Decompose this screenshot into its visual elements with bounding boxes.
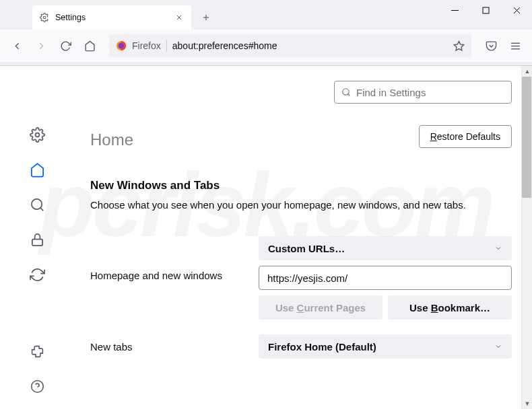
use-current-pages-button[interactable]: Use Current Pages: [259, 295, 383, 320]
scrollbar-thumb[interactable]: [522, 77, 531, 198]
menu-button[interactable]: [504, 34, 527, 57]
maximize-button[interactable]: [470, 0, 501, 20]
newtabs-label: New tabs: [90, 341, 259, 352]
content-viewport: Home RRestore Defaultsestore Defaults Ne…: [0, 66, 532, 409]
forward-button[interactable]: [30, 34, 53, 57]
scrollbar[interactable]: ▲ ▼: [521, 66, 532, 409]
svg-line-17: [40, 207, 42, 210]
homepage-url-input[interactable]: [259, 266, 512, 290]
urlbar-path: about:preferences#home: [172, 40, 447, 51]
sidebar-sync-icon[interactable]: [29, 266, 45, 283]
svg-marker-11: [454, 41, 463, 50]
homepage-mode-value: Custom URLs…: [268, 243, 345, 254]
svg-point-0: [43, 16, 46, 19]
tab-settings[interactable]: Settings: [32, 5, 191, 30]
reload-button[interactable]: [54, 34, 77, 57]
settings-search-input[interactable]: [356, 87, 504, 98]
settings-sidebar: [0, 66, 74, 409]
homepage-mode-select[interactable]: Custom URLs…: [259, 236, 512, 260]
svg-rect-6: [483, 7, 489, 13]
minimize-button[interactable]: [439, 0, 470, 20]
browser-chrome: Settings Firefox about:preferences#home: [0, 0, 532, 66]
scrollbar-up-icon[interactable]: ▲: [522, 66, 532, 77]
restore-defaults-button[interactable]: RRestore Defaultsestore Defaults: [419, 125, 512, 148]
svg-point-21: [343, 89, 349, 95]
chevron-down-icon: [494, 244, 502, 252]
toolbar: Firefox about:preferences#home: [0, 30, 532, 62]
svg-point-15: [35, 133, 39, 137]
homepage-row: Homepage and new windows Custom URLs… Us…: [90, 236, 512, 320]
search-icon: [341, 87, 351, 97]
svg-point-19: [31, 380, 43, 392]
pocket-button[interactable]: [479, 34, 502, 57]
sidebar-search-icon[interactable]: [29, 196, 45, 213]
home-button[interactable]: [78, 34, 101, 57]
sidebar-home-icon[interactable]: [29, 161, 45, 178]
urlbar-prefix: Firefox: [132, 40, 161, 51]
close-icon[interactable]: [174, 12, 185, 23]
settings-main: Home RRestore Defaultsestore Defaults Ne…: [74, 66, 532, 409]
use-bookmark-button[interactable]: Use Bookmark…: [388, 295, 512, 320]
close-window-button[interactable]: [501, 0, 532, 20]
sidebar-privacy-icon[interactable]: [29, 231, 45, 248]
newtabs-select[interactable]: Firefox Home (Default): [259, 334, 512, 359]
scrollbar-down-icon[interactable]: ▼: [522, 398, 532, 409]
new-tab-button[interactable]: [197, 8, 215, 27]
back-button[interactable]: [5, 34, 28, 57]
gear-icon: [39, 12, 50, 23]
window-controls: [439, 0, 532, 20]
svg-point-16: [31, 198, 41, 209]
sidebar-extensions-icon[interactable]: [29, 343, 45, 359]
firefox-icon: [116, 40, 127, 51]
settings-search[interactable]: [334, 81, 512, 104]
sidebar-general-icon[interactable]: [29, 126, 45, 143]
sidebar-help-icon[interactable]: [29, 378, 45, 394]
section-description: Choose what you see when you open your h…: [90, 198, 512, 212]
section-title: New Windows and Tabs: [90, 179, 512, 192]
svg-line-22: [348, 94, 350, 96]
homepage-label: Homepage and new windows: [90, 236, 259, 281]
urlbar-divider: [166, 40, 167, 52]
tab-bar: Settings: [0, 0, 532, 30]
newtabs-row: New tabs Firefox Home (Default): [90, 334, 512, 359]
svg-rect-5: [451, 10, 459, 11]
bookmark-star-icon[interactable]: [453, 40, 465, 52]
url-bar[interactable]: Firefox about:preferences#home: [109, 34, 471, 57]
tab-label: Settings: [55, 13, 174, 22]
newtabs-value: Firefox Home (Default): [268, 341, 376, 352]
svg-rect-18: [32, 239, 42, 246]
chevron-down-icon: [494, 342, 502, 350]
